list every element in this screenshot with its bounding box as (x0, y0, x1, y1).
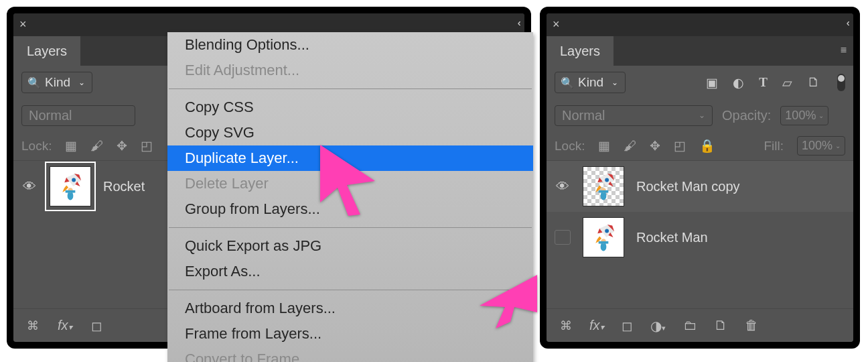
filter-toggle[interactable] (837, 74, 845, 91)
lock-all-icon[interactable]: 🔒 (699, 138, 715, 154)
layer-thumbnail[interactable] (583, 166, 624, 206)
close-icon[interactable]: × (553, 17, 560, 32)
ctx-copy-css[interactable]: Copy CSS (167, 95, 533, 120)
filter-smart-icon[interactable]: 🗋 (807, 75, 820, 90)
lock-artboard-icon[interactable]: ◰ (674, 138, 686, 154)
blend-mode-value: Normal (29, 108, 72, 123)
panel-tabstrip: × ‹‹ (547, 13, 853, 36)
filter-row: 🔍 Kind ⌄ ▣ ◐ T ▱ 🗋 (547, 66, 853, 99)
layer-name: Rocket Man copy (636, 179, 740, 194)
layer-fx-icon[interactable]: fx▾ (589, 318, 604, 333)
ctx-blending-options[interactable]: Blending Options... (167, 32, 533, 58)
blend-mode-value: Normal (562, 108, 605, 123)
search-icon: 🔍 (27, 76, 41, 89)
ctx-copy-svg[interactable]: Copy SVG (167, 120, 533, 145)
layers-tab[interactable]: Layers (547, 36, 613, 66)
filter-kind-label: Kind (578, 75, 603, 90)
opacity-value[interactable]: 100%⌄ (780, 106, 828, 125)
annotation-cursor (478, 274, 538, 333)
filter-kind-dropdown[interactable]: 🔍 Kind ⌄ (21, 72, 92, 93)
layers-tab[interactable]: Layers (13, 36, 80, 66)
filter-pixel-icon[interactable]: ▣ (706, 75, 718, 90)
layer-row[interactable]: 👁Rocket Man copy (547, 161, 853, 212)
chevron-down-icon: ⌄ (818, 112, 824, 119)
visibility-toggle[interactable] (555, 230, 571, 245)
layer-fx-icon[interactable]: fx▾ (58, 318, 72, 333)
layer-thumbnail[interactable] (50, 166, 91, 206)
layer-name: Rocket Man (636, 230, 708, 245)
lock-position-icon[interactable]: ✥ (650, 138, 660, 154)
opacity-label: Opacity: (722, 108, 771, 123)
panel-titlebar: Layers ≡ (547, 36, 853, 66)
ctx-quick-export-as-jpg[interactable]: Quick Export as JPG (167, 233, 533, 259)
lock-paint-icon[interactable]: 🖌 (90, 139, 103, 154)
link-layers-icon[interactable]: ⌘ (27, 318, 39, 333)
layers-list: 👁Rocket Man copyRocket Man (547, 161, 853, 263)
fill-label: Fill: (764, 139, 784, 154)
filter-type-icon[interactable]: T (759, 75, 768, 90)
panel-menu-icon[interactable]: ≡ (841, 44, 847, 56)
ctx-convert-to-frame: Convert to Frame (167, 347, 533, 362)
blend-mode-dropdown[interactable]: Normal ⌄ (555, 105, 713, 126)
layer-row[interactable]: Rocket Man (547, 212, 853, 263)
adjustment-layer-icon[interactable]: ◑▾ (650, 318, 666, 334)
filter-kind-dropdown[interactable]: 🔍 Kind ⌄ (555, 72, 626, 93)
lock-label: Lock: (21, 139, 52, 154)
lock-label: Lock: (555, 139, 585, 154)
chevron-down-icon: ⌄ (611, 78, 618, 87)
layer-thumbnail[interactable] (583, 217, 624, 257)
lock-position-icon[interactable]: ✥ (117, 138, 127, 154)
blend-mode-dropdown[interactable]: Normal (21, 105, 135, 126)
visibility-eye-icon[interactable]: 👁 (21, 179, 38, 194)
lock-transparency-icon[interactable]: ▦ (65, 138, 77, 154)
close-icon[interactable]: × (19, 17, 27, 32)
layers-panel-right: × ‹‹ Layers ≡ 🔍 Kind ⌄ ▣ ◐ T ▱ 🗋 (547, 13, 853, 342)
lock-transparency-icon[interactable]: ▦ (598, 138, 610, 154)
layer-name: Rocket (103, 179, 145, 194)
ctx-edit-adjustment: Edit Adjustment... (167, 58, 533, 83)
blend-row: Normal ⌄ Opacity: 100%⌄ (547, 99, 853, 131)
group-icon[interactable]: 🗀 (683, 318, 697, 333)
delete-layer-icon[interactable]: 🗑 (745, 318, 758, 333)
link-layers-icon[interactable]: ⌘ (560, 318, 572, 333)
filter-shape-icon[interactable]: ▱ (782, 75, 792, 90)
layers-bottom-toolbar: ⌘ fx▾ ◻ ◑▾ 🗀 🗋 🗑 (547, 308, 853, 342)
filter-adjust-icon[interactable]: ◐ (733, 75, 744, 90)
chevron-down-icon: ⌄ (78, 78, 85, 87)
filter-kind-label: Kind (45, 75, 70, 90)
layer-mask-icon[interactable]: ◻ (622, 318, 633, 334)
annotation-cursor (317, 143, 378, 220)
new-layer-icon[interactable]: 🗋 (714, 318, 727, 333)
lock-row: Lock: ▦ 🖌 ✥ ◰ 🔒 Fill: 100%⌄ (547, 131, 853, 161)
fill-value[interactable]: 100%⌄ (797, 136, 845, 156)
search-icon: 🔍 (561, 76, 574, 89)
lock-artboard-icon[interactable]: ◰ (141, 138, 153, 154)
chevron-down-icon: ⌄ (835, 142, 841, 149)
lock-paint-icon[interactable]: 🖌 (624, 139, 636, 154)
layer-mask-icon[interactable]: ◻ (91, 318, 102, 334)
chevron-down-icon: ⌄ (699, 111, 705, 120)
visibility-eye-icon[interactable]: 👁 (555, 179, 571, 194)
